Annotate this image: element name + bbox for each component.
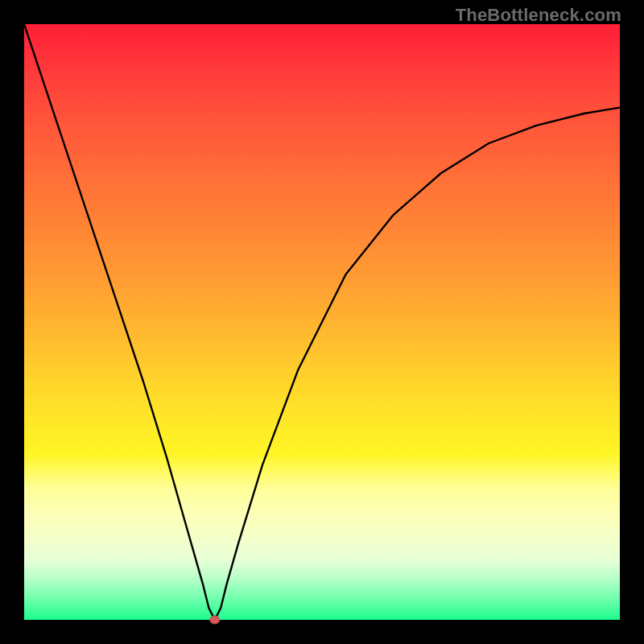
plot-area: [24, 24, 620, 620]
curve-svg: [24, 24, 620, 620]
watermark-text: TheBottleneck.com: [456, 5, 621, 26]
chart-frame: TheBottleneck.com: [0, 0, 644, 644]
bottleneck-curve: [24, 24, 620, 620]
dip-marker: [210, 616, 220, 624]
